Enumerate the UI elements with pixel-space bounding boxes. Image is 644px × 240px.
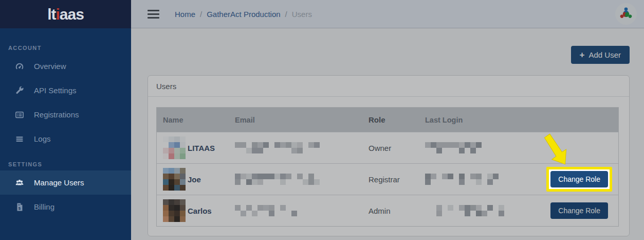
logo-band: ltiaas — [0, 0, 131, 28]
card-title: Users — [148, 76, 629, 97]
breadcrumb: Home / GatherAct Production / Users — [175, 10, 312, 19]
sidebar: ltiaas ACCOUNT Overview API Settings — [0, 0, 131, 240]
column-header-last-login: Last Login — [425, 116, 521, 124]
sidebar-item-label: Logs — [34, 134, 51, 143]
redacted-last-login — [425, 174, 521, 185]
breadcrumb-users: Users — [292, 10, 312, 19]
sidebar-item-billing[interactable]: $ Billing — [0, 195, 131, 219]
breadcrumb-separator: / — [200, 10, 202, 19]
sidebar-item-label: Registrations — [34, 110, 79, 119]
gatheract-logo-icon — [618, 6, 634, 22]
sidebar-item-logs[interactable]: Logs — [0, 127, 131, 151]
sidebar-item-api-settings[interactable]: API Settings — [0, 78, 131, 102]
section-label-settings: SETTINGS — [8, 161, 123, 167]
users-table: Name Email Role Last Login LITAAS Own — [156, 107, 619, 227]
add-user-label: Add User — [588, 50, 621, 59]
breadcrumb-gatheract-production[interactable]: GatherAct Production — [207, 10, 280, 19]
logo-part-i: i — [56, 6, 59, 23]
redacted-email — [235, 142, 369, 153]
account-avatar[interactable] — [615, 3, 637, 25]
page-actions: + Add User — [148, 46, 630, 64]
column-header-email: Email — [235, 116, 369, 124]
sidebar-item-label: Billing — [34, 202, 54, 211]
redacted-last-login — [425, 142, 521, 153]
section-label-account: ACCOUNT — [8, 45, 123, 51]
redacted-email — [235, 205, 369, 216]
user-role: Registrar — [369, 175, 425, 184]
sidebar-item-overview[interactable]: Overview — [0, 54, 131, 78]
annotation-highlight-box: Change Role — [546, 167, 612, 192]
topbar: Home / GatherAct Production / Users — [131, 0, 644, 28]
content-area: Home / GatherAct Production / Users + Ad… — [131, 0, 644, 240]
card-body: Name Email Role Last Login LITAAS Own — [148, 97, 629, 236]
column-header-role: Role — [369, 115, 425, 124]
avatar-litaas — [163, 136, 186, 159]
user-role: Admin — [369, 207, 425, 215]
redacted-last-login — [425, 205, 521, 216]
ltiaas-logo[interactable]: ltiaas — [47, 6, 84, 23]
logo-part-lt: lt — [47, 6, 56, 23]
user-name: LITAAS — [188, 144, 215, 152]
avatar-joe — [163, 168, 186, 191]
logo-part-aas: aas — [60, 6, 84, 23]
users-icon — [13, 177, 26, 189]
app-window: ltiaas ACCOUNT Overview API Settings — [0, 0, 644, 240]
wrench-icon — [13, 84, 26, 97]
gauge-icon — [13, 60, 26, 73]
sidebar-item-label: API Settings — [34, 86, 77, 95]
redacted-email — [235, 174, 369, 185]
lines-icon — [13, 133, 26, 145]
table-row-joe: Joe Registrar Change Role — [157, 163, 618, 195]
table-row-litaas: LITAAS Owner — [157, 132, 618, 163]
hamburger-menu-icon[interactable] — [148, 10, 159, 19]
list-card-icon — [13, 109, 26, 121]
invoice-icon: $ — [13, 201, 26, 213]
breadcrumb-home[interactable]: Home — [175, 10, 195, 19]
change-role-button-joe[interactable]: Change Role — [550, 171, 608, 187]
change-role-button-carlos[interactable]: Change Role — [550, 202, 608, 219]
user-role: Owner — [369, 144, 425, 152]
svg-text:$: $ — [19, 205, 21, 210]
breadcrumb-separator: / — [285, 10, 287, 19]
user-name: Carlos — [188, 207, 212, 215]
column-header-name: Name — [157, 116, 235, 124]
sidebar-nav: ACCOUNT Overview API Settings Registrati… — [0, 28, 131, 219]
sidebar-item-manage-users[interactable]: Manage Users — [0, 170, 131, 195]
avatar-carlos — [163, 199, 186, 222]
users-card: Users Name Email Role Last Login LI — [148, 75, 630, 236]
table-row-carlos: Carlos Admin Change Role — [157, 195, 618, 226]
table-header-row: Name Email Role Last Login — [157, 108, 618, 132]
add-user-button[interactable]: + Add User — [571, 46, 630, 64]
sidebar-item-registrations[interactable]: Registrations — [0, 102, 131, 127]
sidebar-item-label: Manage Users — [34, 178, 84, 187]
plus-icon: + — [580, 50, 585, 59]
user-name: Joe — [188, 175, 201, 184]
sidebar-item-label: Overview — [34, 62, 66, 71]
